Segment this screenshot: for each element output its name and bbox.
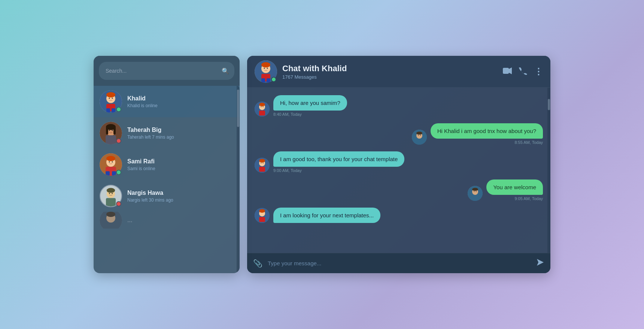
- left-scrollbar-thumb: [237, 90, 239, 127]
- svg-point-5: [106, 92, 115, 97]
- attach-icon: 📎: [253, 259, 262, 268]
- left-panel: 🔍: [94, 56, 240, 273]
- svg-rect-27: [106, 198, 116, 206]
- chat-header-avatar-wrap: [255, 60, 277, 83]
- message-content-5: I am looking for your next templates...: [273, 208, 380, 223]
- svg-rect-44: [259, 111, 265, 115]
- avatar-khalid-wrap: [100, 90, 122, 113]
- msg2-avatar-svg: [412, 130, 427, 145]
- msg3-avatar-svg: [255, 158, 270, 173]
- message-time-2: 8:55 AM, Today: [514, 140, 543, 145]
- chat-messages: Hi, how are you samim? 8:40 AM, Today Hi…: [247, 88, 550, 253]
- message-bubble-1: Hi, how are you samim?: [273, 95, 347, 111]
- svg-rect-20: [106, 171, 110, 176]
- chat-message-count: 1767 Messages: [282, 74, 502, 80]
- taherah-contact-info: Taherah Big Taherah left 7 mins ago: [127, 127, 234, 140]
- chat-header-status-dot: [271, 77, 276, 82]
- svg-point-52: [418, 135, 419, 136]
- sami-name: Sami Rafi: [127, 158, 234, 165]
- avatar-partial: [100, 212, 122, 229]
- svg-rect-55: [259, 167, 265, 172]
- message-input[interactable]: [266, 257, 532, 269]
- khalid-contact-info: Khalid Khalid is online: [127, 95, 234, 108]
- taherah-status-text: Taherah left 7 mins ago: [127, 135, 234, 140]
- nargis-status-dot: [116, 201, 121, 206]
- message-time-1: 8:40 AM, Today: [273, 112, 302, 117]
- svg-rect-12: [113, 127, 116, 135]
- message-content-3: I am good too, thank you for your chat t…: [273, 151, 404, 173]
- svg-point-6: [109, 98, 110, 99]
- svg-point-7: [112, 98, 113, 99]
- svg-point-63: [474, 191, 475, 192]
- sami-status-text: Sami is online: [127, 166, 234, 171]
- message-row-1: Hi, how are you samim? 8:40 AM, Today: [255, 95, 543, 117]
- svg-point-58: [261, 163, 261, 163]
- contact-item-nargis[interactable]: Nargis Hawa Nargis left 30 mins ago: [94, 180, 240, 212]
- msg-avatar-1: [255, 102, 270, 117]
- svg-point-13: [109, 130, 110, 131]
- taherah-status-dot: [116, 138, 121, 144]
- send-icon: [536, 260, 544, 268]
- svg-point-57: [259, 159, 265, 162]
- svg-point-38: [261, 62, 270, 67]
- contact-list: Khalid Khalid is online: [94, 86, 240, 273]
- svg-point-47: [261, 106, 261, 107]
- video-call-button[interactable]: [502, 67, 512, 76]
- svg-point-29: [112, 193, 113, 194]
- chat-header-actions: ⋮: [502, 66, 543, 77]
- svg-rect-36: [267, 78, 270, 83]
- chat-header-info: Chat with Khalid 1767 Messages: [282, 64, 502, 80]
- search-bar: 🔍: [94, 56, 240, 86]
- contact-item-khalid[interactable]: Khalid Khalid is online: [94, 86, 240, 117]
- svg-point-39: [264, 68, 265, 69]
- svg-rect-35: [261, 78, 265, 83]
- partial-contact-info: ...: [127, 217, 234, 224]
- svg-point-32: [106, 212, 115, 217]
- svg-rect-15: [106, 135, 116, 144]
- search-input-wrap: 🔍: [99, 62, 234, 80]
- svg-point-48: [263, 106, 264, 107]
- avatar-partial-wrap: [100, 212, 122, 229]
- right-panel: Chat with Khalid 1767 Messages: [247, 56, 550, 273]
- chat-input-area: 📎: [247, 253, 550, 273]
- khalid-status-text: Khalid is online: [127, 103, 234, 108]
- search-input[interactable]: [104, 65, 222, 77]
- svg-point-28: [109, 193, 110, 194]
- more-options-button[interactable]: ⋮: [534, 66, 543, 77]
- message-time-4: 9:05 AM, Today: [514, 196, 543, 201]
- message-row-5: I am looking for your next templates...: [255, 208, 543, 223]
- message-time-3: 9:00 AM, Today: [273, 168, 302, 173]
- svg-point-64: [476, 191, 477, 192]
- message-content-1: Hi, how are you samim? 8:40 AM, Today: [273, 95, 347, 117]
- svg-point-40: [267, 68, 268, 69]
- svg-point-59: [263, 163, 264, 163]
- search-button[interactable]: 🔍: [222, 67, 229, 75]
- contact-item-partial[interactable]: ...: [94, 212, 240, 229]
- message-row-2: Hi Khalid i am good tnx how about you? 8…: [255, 123, 543, 145]
- chat-scrollbar: [547, 88, 550, 253]
- phone-icon: [519, 67, 527, 77]
- svg-rect-41: [503, 68, 509, 74]
- msg5-avatar-svg: [255, 208, 270, 223]
- svg-point-68: [259, 209, 265, 212]
- send-button[interactable]: [536, 258, 544, 268]
- avatar-sami-wrap: [100, 153, 122, 176]
- message-content-2: Hi Khalid i am good tnx how about you? 8…: [431, 123, 543, 145]
- message-bubble-5: I am looking for your next templates...: [273, 208, 380, 223]
- svg-point-26: [107, 188, 115, 193]
- svg-rect-21: [112, 171, 116, 176]
- avatar-taherah-wrap: [100, 122, 122, 144]
- attach-button[interactable]: 📎: [253, 259, 262, 268]
- svg-point-51: [416, 132, 422, 135]
- message-bubble-2: Hi Khalid i am good tnx how about you?: [431, 123, 543, 139]
- msg-avatar-4: [468, 186, 483, 201]
- svg-point-46: [259, 103, 265, 106]
- contact-item-taherah[interactable]: Taherah Big Taherah left 7 mins ago: [94, 117, 240, 149]
- message-content-4: You are welcome 9:05 AM, Today: [486, 179, 543, 201]
- message-row-3: I am good too, thank you for your chat t…: [255, 151, 543, 173]
- message-bubble-3: I am good too, thank you for your chat t…: [273, 151, 404, 167]
- message-bubble-4: You are welcome: [486, 179, 543, 195]
- phone-call-button[interactable]: [519, 67, 527, 77]
- contact-item-sami[interactable]: Sami Rafi Sami is online: [94, 149, 240, 180]
- chat-title: Chat with Khalid: [282, 64, 502, 73]
